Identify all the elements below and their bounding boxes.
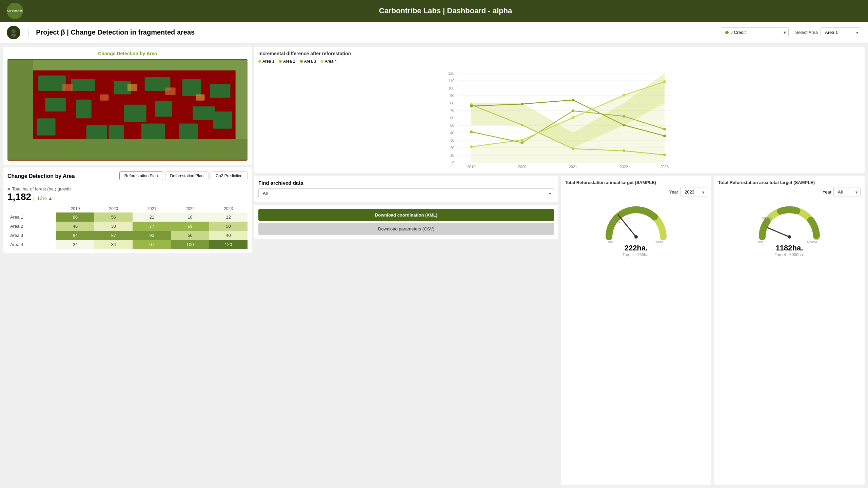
data-table-card: Change Detection by Area Reforestation P… [3, 167, 252, 253]
download-csv-button[interactable]: Download parameters (CSV) [258, 223, 554, 235]
svg-text:30: 30 [450, 138, 454, 142]
map-card-title: Change Detection by Area [7, 51, 248, 56]
area-dropdown[interactable]: Area 1 Area 2 Area 3 Area 4 [821, 27, 861, 37]
svg-text:20: 20 [450, 146, 454, 150]
area-dropdown-wrapper: Area 1 Area 2 Area 3 Area 4 [821, 27, 861, 37]
gauge1-svg: 0ha. 150ha. 250ha. 300ha. [602, 200, 670, 244]
gauge1-value: 222ha. [565, 244, 707, 252]
area-selector-group: Select Area Area 1 Area 2 Area 3 Area 4 [795, 27, 862, 37]
table-cell-2-2: 93 [133, 231, 171, 240]
data-table: 2019 2020 2021 2022 2023 Area 1865621181… [7, 205, 248, 249]
table-cell-1-4: 50 [209, 222, 248, 231]
select-area-label: Select Area [795, 30, 818, 35]
credit-dropdown[interactable]: J Credit ▾ [721, 27, 789, 37]
project-title: Project β | Change Detection in fragment… [36, 28, 714, 36]
table-row: Area 18656211812 [7, 212, 248, 222]
plan-buttons: Reforestation Plan Deforestation Plan Co… [119, 171, 248, 180]
table-cell-3-4: 120 [209, 240, 248, 249]
svg-rect-22 [62, 84, 73, 91]
metric-badge: 12% ▲ [37, 196, 53, 201]
svg-text:2020: 2020 [518, 165, 526, 168]
table-row: Area 24630776950 [7, 222, 248, 231]
line-chart-svg: 0 10 20 30 40 50 60 70 80 90 100 110 120 [258, 66, 861, 168]
svg-text:70: 70 [450, 108, 454, 113]
svg-rect-28 [7, 139, 248, 160]
svg-rect-26 [196, 94, 204, 100]
map-container [7, 59, 248, 161]
credit-dropdown-wrapper: J Credit ▾ [721, 27, 789, 37]
svg-rect-20 [210, 84, 231, 98]
svg-rect-13 [108, 125, 124, 139]
svg-text:90: 90 [450, 94, 454, 98]
table-cell-0-1: 56 [94, 212, 133, 222]
svg-rect-24 [127, 84, 137, 91]
main-content: Change Detection by Area [0, 43, 868, 488]
table-header: Change Detection by Area Reforestation P… [7, 171, 248, 184]
svg-text:150ha.: 150ha. [612, 220, 621, 223]
co2-prediction-button[interactable]: Co2 Prediction [211, 171, 248, 180]
gauge2-value: 1182ha. [718, 244, 861, 252]
gauge2-year-row: Year All [718, 187, 861, 197]
table-cell-1-1: 30 [94, 222, 133, 231]
gauge2-year-label: Year [823, 189, 831, 195]
svg-text:10: 10 [450, 153, 454, 157]
line-chart-card: Incremental difference after reforestati… [254, 47, 865, 173]
table-cell-0-3: 18 [171, 212, 209, 222]
svg-text:2019: 2019 [467, 165, 475, 168]
gauge2-card: Total Reforestation area total target (S… [714, 176, 865, 485]
archive-dropdown[interactable]: All [258, 188, 554, 198]
table-cell-2-0: 84 [56, 231, 95, 240]
svg-point-83 [634, 235, 638, 239]
col-2021: 2021 [133, 205, 171, 212]
gauge2-year-wrapper: All [833, 187, 861, 197]
col-2023: 2023 [209, 205, 248, 212]
svg-rect-16 [141, 123, 165, 141]
svg-rect-5 [38, 76, 66, 91]
archive-downloads-col: Find archived data All Download coordina… [254, 176, 558, 485]
table-cell-2-1: 87 [94, 231, 133, 240]
svg-text:0ha.: 0ha. [608, 240, 614, 244]
reforestation-plan-button[interactable]: Reforestation Plan [119, 171, 163, 180]
table-cell-1-2: 77 [133, 222, 171, 231]
app-logo: Carbontribe [7, 3, 23, 19]
svg-rect-8 [71, 79, 95, 91]
svg-text:5000ha.: 5000ha. [785, 205, 796, 209]
gauge2-svg: 0ha. 3000ha. 5000ha. 6000ha. [755, 200, 823, 244]
svg-text:0: 0 [452, 161, 454, 165]
chart-legend: Area 1 Area 2 Area 3 Area 4 [258, 59, 861, 64]
top-nav: Carbontribe Carbontribe Labs | Dashboard… [0, 0, 868, 22]
legend-area4: Area 4 [321, 59, 337, 64]
deforestation-plan-button[interactable]: Deforestation Plan [165, 171, 209, 180]
gauge1-year-dropdown[interactable]: 2023 [680, 187, 707, 197]
table-cell-3-0: 24 [56, 240, 95, 249]
gauge2-year-dropdown[interactable]: All [833, 187, 861, 197]
svg-point-73 [572, 99, 574, 101]
svg-rect-18 [193, 106, 215, 120]
table-cell-0-0: 86 [56, 212, 95, 222]
svg-rect-19 [179, 123, 198, 139]
legend-dot-area1 [258, 60, 261, 63]
line-chart-title: Incremental difference after reforestati… [258, 51, 861, 56]
table-cell-2-3: 56 [171, 231, 209, 240]
table-row-label-3: Area 4 [7, 240, 56, 249]
credit-dot [725, 31, 729, 34]
legend-dot-area3 [300, 60, 303, 63]
svg-rect-23 [100, 94, 108, 100]
svg-text:3000ha.: 3000ha. [762, 217, 773, 220]
svg-line-88 [768, 228, 789, 237]
svg-point-66 [470, 130, 473, 133]
svg-text:6000ha.: 6000ha. [807, 240, 818, 244]
gauge2-container: 0ha. 3000ha. 5000ha. 6000ha. [718, 200, 861, 244]
svg-point-78 [521, 139, 524, 141]
svg-rect-7 [37, 118, 56, 136]
svg-text:250ha.: 250ha. [632, 205, 642, 209]
svg-text:100: 100 [448, 86, 454, 90]
svg-text:2023: 2023 [660, 165, 669, 168]
legend-dot-area4 [321, 60, 323, 63]
svg-line-82 [618, 215, 636, 237]
col-label [7, 205, 56, 212]
legend-dot-area2 [279, 60, 282, 63]
svg-text:60: 60 [450, 116, 454, 120]
download-xml-button[interactable]: Download coordination (XML) [258, 209, 554, 221]
gauge1-year-wrapper: 2023 [680, 187, 707, 197]
